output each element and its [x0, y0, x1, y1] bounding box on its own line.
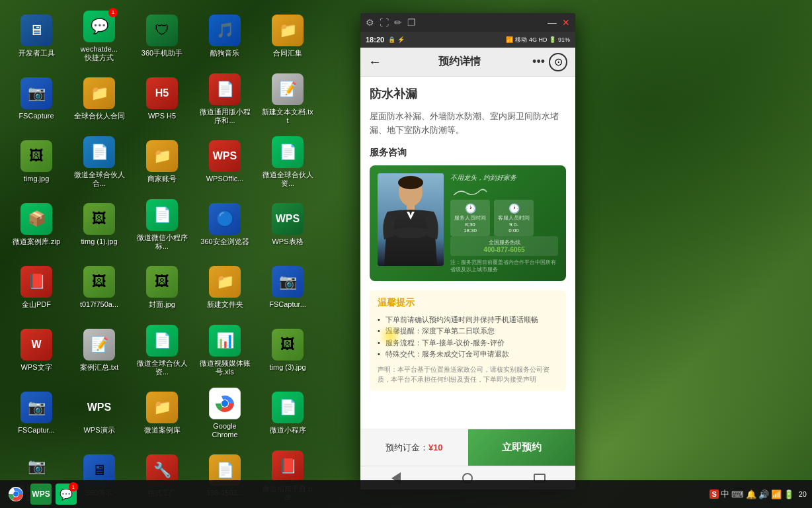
book-button[interactable]: 立即预约 [468, 429, 576, 466]
taskbar-chrome-icon[interactable] [5, 484, 26, 505]
service-hours-badge: 🕐 服务人员时间 8:30 18:30 [450, 200, 490, 236]
icon-timg-jpg[interactable]: 🖼 timg.jpg [7, 132, 66, 192]
warm-tips-title: 温馨提示 [378, 297, 558, 309]
service-info: 不用龙头，约到好家务 🕐 服务人员时间 8:30 [444, 173, 558, 273]
phone-screen: 18:20 🔒 ⚡ 📶 移动 4G HD 🔋 91% ← 预约详情 ••• ⊙ [360, 32, 575, 489]
titlebar-right-controls: — ✕ [548, 17, 570, 28]
service-description: 屋面防水补漏、外墙防水防潮、室内厨卫间防水堵漏、地下室防水防潮等。 [370, 110, 566, 138]
icon-jinshan-pdf[interactable]: 📕 金山PDF [7, 258, 66, 318]
icon-merchant[interactable]: 📁 商家账号 [132, 132, 192, 192]
taskbar-system-tray: S 中 ⌨ 🔔 🔊 📶 🔋 20 [710, 488, 807, 500]
response-hours-badge: 🕐 客服人员时间 9:0- 0:00 [494, 200, 534, 236]
icon-wps-text[interactable]: W WPS文字 [7, 321, 66, 380]
status-right: 📶 移动 4G HD 🔋 91% [506, 36, 570, 44]
clock-display: 20 [799, 490, 807, 498]
taskbar-wechat-icon[interactable]: 💬 1 [56, 484, 77, 505]
service-time-badges: 🕐 服务人员时间 8:30 18:30 🕐 客服人员时间 9:0- 0:00 [450, 200, 558, 236]
notification-icon[interactable]: 🔔 [746, 489, 756, 499]
status-icons: 🔒 ⚡ [388, 36, 405, 43]
icon-case-summary[interactable]: 📝 案例汇总.txt [69, 321, 129, 380]
volume-icon[interactable]: 🔊 [758, 489, 769, 499]
more-options-button[interactable]: ••• [532, 55, 545, 69]
tip-item-4: 特殊交代：服务未成交订金可申请退款 [378, 349, 558, 360]
icon-weidao-mini[interactable]: 📄 微道小程序 [258, 384, 317, 443]
taskbar: WPS 💬 1 S 中 ⌨ 🔔 🔊 📶 🔋 20 [0, 480, 812, 508]
network-icon[interactable]: 📶 [771, 489, 782, 499]
icon-timg1-jpg[interactable]: 🖼 timg (1).jpg [69, 195, 129, 255]
page-title: 预约详情 [387, 55, 532, 69]
lang-indicator[interactable]: 中 [721, 488, 729, 500]
icon-weidao-wechat[interactable]: 📄 微道微信小程序标... [132, 195, 192, 255]
svg-point-9 [13, 491, 19, 497]
phone-emulator-window: ⚙ ⛶ ✏ ❐ — ✕ 18:20 🔒 ⚡ 📶 移动 4G HD 🔋 91% [360, 13, 575, 489]
icon-weidao-case2[interactable]: 📁 微道案例库 [132, 384, 192, 443]
service-name: 防水补漏 [370, 86, 566, 102]
icon-360mobile[interactable]: 🛡 360手机助手 [132, 7, 192, 66]
hotline-label: 全国服务热线 [454, 239, 554, 246]
icon-kuigou[interactable]: 🎵 酷狗音乐 [195, 7, 255, 66]
taskbar-wps-icon[interactable]: WPS [30, 484, 52, 505]
icon-google-chrome[interactable]: GoogleChrome [195, 384, 255, 443]
battery-level: 🔋 91% [549, 36, 570, 43]
icon-wps-table[interactable]: WPS WPS表格 [258, 195, 317, 255]
icon-contract[interactable]: 📁 合同汇集 [258, 7, 317, 66]
fullscreen-icon[interactable]: ⛶ [380, 17, 389, 28]
copy-icon[interactable]: ❐ [407, 17, 416, 28]
icon-weidao-general[interactable]: 📄 微道通用版小程序和... [195, 69, 255, 129]
tip-item-2: 温馨提醒：深度下单第二日联系您 [378, 325, 558, 337]
icon-360browser[interactable]: 🔵 360安全浏览器 [195, 195, 255, 255]
minimize-button[interactable]: — [548, 17, 557, 28]
icon-wpsoffice[interactable]: WPS WPSOffic... [195, 132, 255, 192]
icon-fscapture2[interactable]: 📷 FSCaptur... [258, 258, 317, 318]
network-type: 移动 4G HD [515, 36, 547, 44]
service-slogan: 不用龙头，约到好家务 [450, 173, 558, 200]
icon-wps-show[interactable]: WPS WPS演示 [69, 384, 129, 443]
keyboard-icon[interactable]: ⌨ [731, 489, 744, 499]
icon-t017[interactable]: 🖼 t017f750a... [69, 258, 129, 318]
camera-button[interactable]: ⊙ [549, 53, 567, 71]
service-card: 不用龙头，约到好家务 🕐 服务人员时间 8:30 [370, 165, 566, 281]
wechat-header: ← 预约详情 ••• ⊙ [360, 48, 575, 77]
icon-global-partner[interactable]: 📁 全球合伙人合同 [69, 69, 129, 129]
icon-wechatdev[interactable]: 💬 1 wechatde...快捷方式 [69, 7, 129, 66]
icon-weidao-global2[interactable]: 📄 微道全球合伙人资... [132, 321, 192, 380]
wechat-badge: 1 [69, 482, 78, 491]
hotline-box: 全国服务热线 400-877-6065 [450, 236, 558, 256]
response-clock-icon: 🕐 [508, 203, 520, 214]
icon-weidao-global[interactable]: 📄 微道全球合伙人合... [69, 132, 129, 192]
service-disclaimer-full: 声明：本平台基于位置推送家政公司，请核实别服务公司资质，本平台不承担任何纠纷及责… [378, 364, 558, 384]
phone-titlebar: ⚙ ⛶ ✏ ❐ — ✕ [360, 13, 575, 32]
icon-developer-tools[interactable]: 🖥 开发者工具 [7, 7, 66, 66]
price-section: 预约订金： ¥10 [360, 429, 468, 466]
taskbar-pinned-icons: WPS 💬 1 [5, 484, 77, 505]
signal-icon: 📶 [506, 36, 513, 43]
close-button[interactable]: ✕ [562, 17, 570, 28]
edit-icon[interactable]: ✏ [394, 17, 402, 28]
icon-wps-h5[interactable]: H5 WPS H5 [132, 69, 192, 129]
desktop: 🖥 开发者工具 💬 1 wechatde...快捷方式 🛡 360手机助手 🎵 … [0, 0, 812, 508]
svg-point-2 [222, 400, 228, 407]
phone-content-area[interactable]: 防水补漏 屋面防水补漏、外墙防水防潮、室内厨卫间防水堵漏、地下室防水防潮等。 服… [360, 77, 575, 429]
clock-icon: 🕐 [465, 203, 476, 214]
price-amount: ¥10 [428, 443, 443, 452]
icon-weidao-case[interactable]: 📦 微道案例库.zip [7, 195, 66, 255]
status-time: 18:20 [366, 36, 384, 44]
back-button[interactable]: ← [368, 54, 382, 69]
price-label: 预约订金： [386, 442, 428, 454]
svg-point-5 [398, 176, 423, 189]
icon-new-text[interactable]: 📝 新建文本文档.txt [258, 69, 317, 129]
icon-weidao-video[interactable]: 📊 微道视频媒体账号.xls [195, 321, 255, 380]
sogou-icon[interactable]: S [710, 489, 718, 499]
tips-list: 下单前请确认预约沟通时间并保持手机通话顺畅 温馨提醒：深度下单第二日联系您 服务… [378, 314, 558, 360]
icon-fscapture[interactable]: 📷 FSCapture [7, 69, 66, 129]
cursor-highlight [378, 324, 402, 348]
tip-item-3: 服务流程：下单-接单-议价-服务-评价 [378, 337, 558, 349]
icon-timg3[interactable]: 🖼 timg (3).jpg [258, 321, 317, 380]
settings-icon[interactable]: ⚙ [366, 17, 374, 28]
icon-weidao-partner[interactable]: 📄 微道全球合伙人资... [258, 132, 317, 192]
hotline-number: 400-877-6065 [454, 246, 554, 253]
icon-fscapture3[interactable]: 📷 FSCaptur... [7, 384, 66, 443]
icon-cover-jpg[interactable]: 🖼 封面.jpg [132, 258, 192, 318]
battery-icon[interactable]: 🔋 [784, 489, 794, 499]
icon-new-folder[interactable]: 📁 新建文件夹 [195, 258, 255, 318]
